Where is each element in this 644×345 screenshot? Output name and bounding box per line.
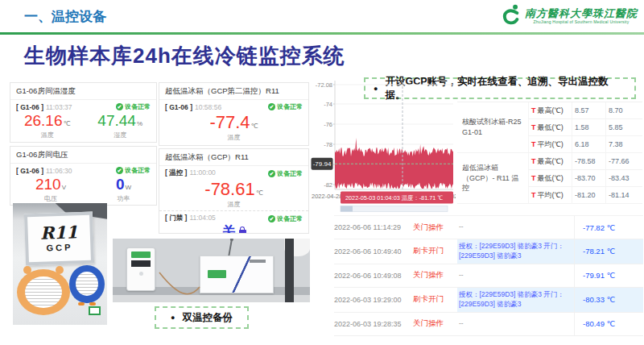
sensor-tag: [ G1-06 ] [16,167,43,175]
stat-label: T最低(℃) [528,119,572,136]
stat-value: -83.43 [605,170,642,187]
log-row: 2022-06-06 10:49:08关门操作---79.91 ℃ [334,264,643,288]
status-badge: ✔ 设备正常 [268,102,303,111]
stat-value: 8.57 [572,102,605,119]
section-title: 一、温控设备 [24,7,106,26]
status-badge: ✔ 设备正常 [268,169,303,178]
page-title: 生物样本库24h在线冷链监控系统 [24,42,345,70]
metric-door-state: 关 状态 [222,225,246,234]
freezer-sign: R11 GCP [24,212,94,266]
stat-value: 7.38 [605,136,642,153]
stat-label: T最高(℃) [528,102,572,119]
stat-value: -78.58 [572,153,605,170]
log-operation: 关门操作 [413,270,457,281]
stat-label: T平均(℃) [528,187,572,204]
log-operation: 关门操作 [413,222,457,233]
log-detail: -- [457,264,574,287]
check-icon: ✔ [116,103,123,110]
green-label-sticker [89,306,101,315]
cat-sticker [17,269,71,315]
check-icon: ✔ [268,103,275,110]
metric-power: 0W 功率 [116,177,131,203]
bullet-icon: ● [171,314,175,322]
log-row: 2022-06-03 19:28:35关门操作---80.49 ℃ [334,313,643,336]
stat-value: -81.20 [572,187,605,204]
svg-text:-76: -76 [324,121,332,128]
stat-value: -77.66 [605,153,642,170]
device-name: 超低温冰箱（GCP）- R11 温控 [457,153,528,204]
photo-monitor-devices [113,239,310,302]
card-title: G1-06房间温湿度 [10,83,156,100]
sensor-time: 10:58:56 [195,103,221,111]
stat-value: 6.18 [572,136,605,153]
callout-backup-text: 双温控备份 [182,311,233,325]
lock-icon [239,230,246,234]
metric-temperature: -77.4℃ 温度 [209,113,258,142]
log-temperature: -77.82 ℃ [574,216,643,239]
status-badge: ✔ 设备正常 [116,166,151,175]
stat-value: 1.58 [572,119,605,136]
log-temperature: -80.33 ℃ [574,288,643,312]
sensor-tag: [ G1-06 ] [16,103,43,111]
door-event-log-table: 2022-06-06 11:14:29关门操作---77.82 ℃2022-06… [334,215,643,336]
hospital-logo: 南方醫科大學珠江醫院 ZhuJiang Hospital of Southern… [502,3,638,29]
status-badge: ✔ 设备正常 [116,102,151,111]
log-temperature: -79.91 ℃ [574,264,643,287]
sign-text-r11: R11 [40,224,78,243]
hospital-name-en: ZhuJiang Hospital of Southern Medical Un… [534,20,630,24]
card-room-temp-humidity: G1-06房间温湿度 [ G1-06 ] 11:03:37 ✔ 设备正常 26.… [10,82,157,143]
metric-voltage: 210V 电压 [35,177,66,203]
metric-humidity: 47.44% 湿度 [97,113,142,139]
card-title: 超低温冰箱（GCP第二温控）R11 [159,83,308,100]
log-row: 2022-06-03 19:29:00刷卡开门授权：[229E59D3] 骆韵豪… [334,288,643,313]
log-time: 2022-06-03 19:29:00 [334,296,413,304]
status-badge: ✔ 设备正常 [268,214,303,223]
svg-text:-79.94: -79.94 [313,160,332,168]
svg-text:-78: -78 [324,141,332,148]
card-title: 超低温冰箱（GCP）R11 [159,149,308,166]
door-time: 11:04:05 [189,214,215,222]
svg-text:-82: -82 [324,181,332,189]
check-icon: ✔ [116,167,123,174]
photo-freezer-front: R11 GCP [13,203,107,325]
door-tag: [ 门禁 ] [165,214,187,223]
metric-temperature: -78.61℃ 温度 [204,180,262,209]
header-divider [0,32,644,35]
sensor-time: 11:00:00 [189,168,215,177]
stat-value: -81.14 [605,187,642,204]
device-name: 核酸试剂冰箱-R25 G1-01 [457,102,528,153]
log-detail: 授权：[229E59D3] 骆韵豪3 开门：[229E59D3] 骆韵豪3 [457,239,574,264]
card-room-voltage: G1-06房间电压 [ G1-06 ] 11:06:30 ✔ 设备正常 210V… [10,146,157,206]
log-row: 2022-06-06 11:14:29关门操作---77.82 ℃ [334,216,643,239]
stat-label: T最高(℃) [528,153,572,170]
sensor-tag: [ 温控 ] [165,168,187,178]
sign-text-gcp: GCP [47,243,73,253]
log-operation: 关门操作 [413,318,457,329]
stat-label: T最低(℃) [528,170,572,187]
slide: 一、温控设备 南方醫科大學珠江醫院 ZhuJiang Hospital of S… [0,0,644,345]
sensor-time: 11:03:37 [46,103,72,111]
svg-text:2022-05-03 01:04:03 温度：-81.71: 2022-05-03 01:04:03 温度：-81.71 ℃ [345,194,443,202]
callout-dual-monitor-backup: ● 双温控备份 [155,306,249,329]
sensor-time: 11:06:30 [46,167,72,175]
metric-temperature: 26.16℃ 温度 [24,113,71,139]
temperature-history-chart: -72.08-74-76-78-80-82-79.942022-04-28 02… [311,81,456,213]
sensor-cable [113,239,310,302]
stat-value: -83.70 [572,170,605,187]
log-row: 2022-06-06 10:49:40刷卡开门授权：[229E59D3] 骆韵豪… [334,239,643,264]
svg-text:-74: -74 [324,101,332,108]
log-detail: 授权：[229E59D3] 骆韵豪3 开门：[229E59D3] 骆韵豪3 [457,288,574,312]
stat-value: 5.85 [605,119,642,136]
stat-label: T平均(℃) [528,136,572,153]
log-time: 2022-06-06 10:49:40 [334,247,413,256]
card-freezer-gcp: 超低温冰箱（GCP）R11 [ 温控 ] 11:00:00 ✔ 设备正常 -78… [159,148,309,234]
card-title: G1-06房间电压 [10,147,156,164]
card-freezer-second-monitor: 超低温冰箱（GCP第二温控）R11 [ G1-06 ] 10:58:56 ✔ 设… [159,82,309,146]
svg-text:-72.08: -72.08 [316,81,332,89]
log-detail: -- [457,313,574,335]
stats-group: 核酸试剂冰箱-R25 G1-01T最高(℃)8.578.70T最低(℃)1.58… [457,102,642,153]
stats-group: 超低温冰箱（GCP）- R11 温控T最高(℃)-78.58-77.66T最低(… [457,153,642,204]
log-time: 2022-06-03 19:28:35 [334,320,413,328]
hospital-name-cn: 南方醫科大學珠江醫院 [525,8,638,19]
log-time: 2022-06-06 11:14:29 [334,223,413,231]
